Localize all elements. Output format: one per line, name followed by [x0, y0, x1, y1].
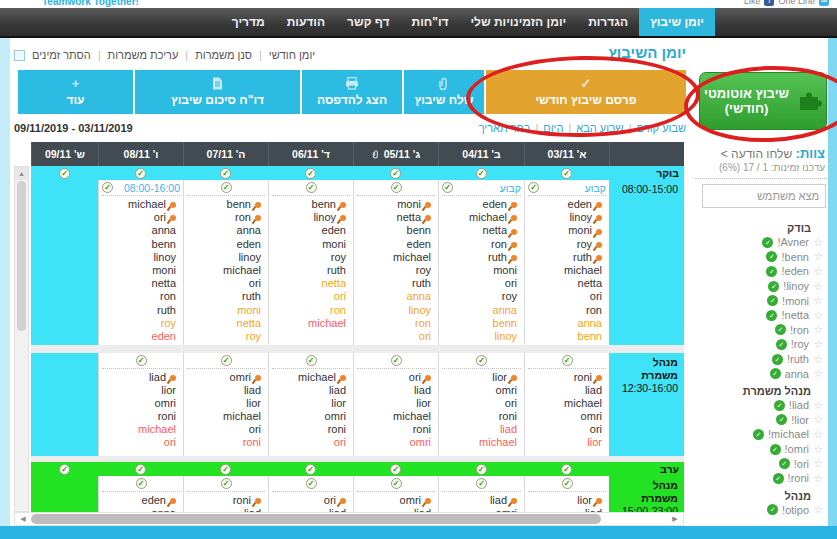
user-row[interactable]: ☆roy!✓	[688, 337, 829, 352]
shift-cell-day-3[interactable]: ✓oriliadliormichaelroniomri	[353, 353, 438, 456]
shift-name[interactable]: eden	[101, 494, 176, 507]
shift-name[interactable]: omri	[271, 410, 346, 423]
approve-check-icon[interactable]: ✓	[306, 182, 317, 193]
user-row[interactable]: ☆linoy!✓	[688, 279, 829, 294]
shift-name[interactable]: anna	[527, 317, 602, 330]
shift-name[interactable]: eden	[527, 198, 602, 211]
week-nav-link-2[interactable]: שבוע הבא	[576, 122, 623, 134]
shift-name[interactable]: roy	[527, 238, 602, 251]
shift-name[interactable]: michael	[356, 410, 431, 423]
send-schedule-button[interactable]: שלח שיבוץ	[404, 70, 484, 114]
shift-name[interactable]: lior	[101, 384, 176, 397]
shift-cell-day-1[interactable]: קבוע✓edenlinoymoniroyruthmichaelnettaori…	[524, 180, 609, 345]
approve-check-icon[interactable]: ✓	[476, 464, 487, 475]
favorite-star-icon[interactable]: ☆	[809, 472, 823, 485]
shift-name[interactable]: ori	[527, 290, 602, 303]
shift-name[interactable]: roy	[271, 251, 346, 264]
shift-cell-day-5[interactable]: ✓omriliadliormichaelorironi	[183, 353, 268, 456]
approve-check-icon[interactable]: ✓	[306, 355, 317, 366]
shift-name[interactable]: michael	[271, 371, 346, 384]
user-row[interactable]: ☆ron!✓	[688, 323, 829, 338]
shift-name[interactable]: ori	[441, 397, 517, 410]
approve-check-icon[interactable]: ✓	[561, 464, 572, 475]
shift-name[interactable]: moni	[441, 264, 517, 277]
nav-tab-2[interactable]: הגדרות	[577, 8, 639, 36]
favorite-star-icon[interactable]: ☆	[809, 338, 823, 351]
favorite-star-icon[interactable]: ☆	[809, 457, 823, 470]
week-nav-link-4[interactable]: בחר תאריך	[479, 122, 531, 134]
week-nav-link-3[interactable]: היום	[543, 122, 563, 134]
shift-name[interactable]: roy	[356, 264, 431, 277]
shift-name[interactable]: ruth	[527, 251, 602, 264]
shift-name[interactable]: liad	[186, 384, 261, 397]
nav-tab-5[interactable]: דף קשר	[336, 8, 400, 36]
shift-name[interactable]: ori	[186, 277, 261, 290]
favorite-star-icon[interactable]: ☆	[809, 413, 823, 426]
shift-name[interactable]: benn	[441, 317, 517, 330]
shift-name[interactable]: michael	[527, 397, 602, 410]
user-row[interactable]: ☆michael!✓	[688, 427, 829, 442]
shift-name[interactable]: eden	[186, 238, 261, 251]
shift-name[interactable]: lior	[271, 397, 346, 410]
user-row[interactable]: ☆eden!✓	[688, 264, 829, 279]
approve-check-icon[interactable]: ✓	[221, 355, 232, 366]
user-row[interactable]: ☆ori!✓	[688, 456, 829, 471]
shift-name[interactable]: moni	[101, 264, 176, 277]
shift-name[interactable]: benn	[356, 224, 431, 237]
approve-check-icon[interactable]: ✓	[136, 478, 147, 489]
approve-check-icon[interactable]: ✓	[59, 464, 70, 475]
header-link-1[interactable]: יומן חודשי	[269, 49, 315, 61]
approve-check-icon[interactable]: ✓	[562, 478, 573, 489]
summary-report-button[interactable]: דו"ח סיכום שיבוץ	[135, 70, 300, 114]
more-button[interactable]: + עוד	[18, 70, 133, 114]
user-row[interactable]: ☆netta!✓	[688, 308, 829, 323]
shift-name[interactable]: lior	[527, 494, 602, 507]
shift-name[interactable]: roni	[441, 410, 517, 423]
approve-check-icon[interactable]: ✓	[476, 168, 487, 179]
shift-cell-day-6[interactable]: 08:00-16:00✓michaeloriannabennlinoymonin…	[98, 180, 183, 345]
shift-name[interactable]: michael	[101, 198, 176, 211]
shift-cell-day-5[interactable]: ✓bennronannaedenlinoymichaeloriruthmonin…	[183, 180, 268, 345]
shift-name[interactable]: linoy	[101, 251, 176, 264]
shift-name[interactable]: ruth	[101, 304, 176, 317]
approve-check-icon[interactable]: ✓	[305, 464, 316, 475]
shift-name[interactable]: roni	[101, 410, 176, 423]
nav-tab-3[interactable]: יומן הזמינויות שלי	[460, 8, 578, 36]
horizontal-scrollbar[interactable]: ◀ ▶	[14, 512, 684, 526]
shift-name[interactable]: lior	[186, 397, 261, 410]
approve-check-icon[interactable]: ✓	[306, 478, 317, 489]
shift-name[interactable]: eden	[441, 198, 517, 211]
shift-name[interactable]: eden	[101, 330, 176, 343]
facebook-icon[interactable]: f	[764, 0, 774, 6]
shift-name[interactable]: liad	[441, 423, 517, 436]
shift-name[interactable]: anna	[101, 224, 176, 237]
shift-name[interactable]: netta	[356, 211, 431, 224]
shift-name[interactable]: ori	[101, 211, 176, 224]
shift-name[interactable]: ori	[101, 436, 176, 449]
shift-time-link[interactable]: 08:00-16:00	[124, 182, 180, 194]
approve-check-icon[interactable]: ✓	[476, 478, 487, 489]
shift-name[interactable]: michael	[271, 317, 346, 330]
shift-name[interactable]: ruth	[186, 290, 261, 303]
auto-assign-button[interactable]: שיבוץ אוטומטי(חודשי)	[699, 72, 827, 130]
shift-name[interactable]: michael	[441, 211, 517, 224]
favorite-star-icon[interactable]: ☆	[809, 353, 823, 366]
shift-name[interactable]: liad	[356, 384, 431, 397]
shift-name[interactable]: eden	[356, 238, 431, 251]
header-link-2[interactable]: סנן משמרות	[195, 49, 252, 61]
approve-check-icon[interactable]: ✓	[59, 168, 70, 179]
scroll-left-icon[interactable]: ◀	[15, 515, 31, 523]
approve-check-icon[interactable]: ✓	[135, 464, 146, 475]
approve-check-icon[interactable]: ✓	[221, 478, 232, 489]
shift-name[interactable]: linoy	[271, 211, 346, 224]
shift-name[interactable]: ori	[441, 277, 517, 290]
shift-name[interactable]: liad	[527, 384, 602, 397]
shift-cell-day-2[interactable]: קבוע✓edenmichaelnettaronruthmonioriroyan…	[438, 180, 524, 345]
shift-name[interactable]: michael	[527, 264, 602, 277]
print-view-button[interactable]: הצג להדפסה	[302, 70, 402, 114]
scroll-up-icon[interactable]: ▲	[15, 167, 28, 180]
shift-name[interactable]: netta	[101, 277, 176, 290]
shift-cell-day-3[interactable]: ✓moninettabennedenmichaelroyruthannalino…	[353, 180, 438, 345]
shift-name[interactable]: ruth	[271, 264, 346, 277]
shift-name[interactable]: linoy	[186, 251, 261, 264]
